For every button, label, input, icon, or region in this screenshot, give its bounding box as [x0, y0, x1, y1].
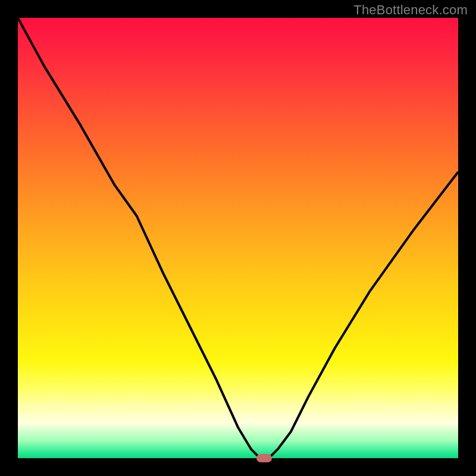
bottleneck-curve-path [18, 18, 458, 458]
watermark-text: TheBottleneck.com [353, 2, 468, 18]
optimum-marker [256, 454, 272, 462]
plot-area [18, 18, 458, 458]
chart-frame: TheBottleneck.com [0, 0, 476, 476]
curve-svg [18, 18, 458, 458]
